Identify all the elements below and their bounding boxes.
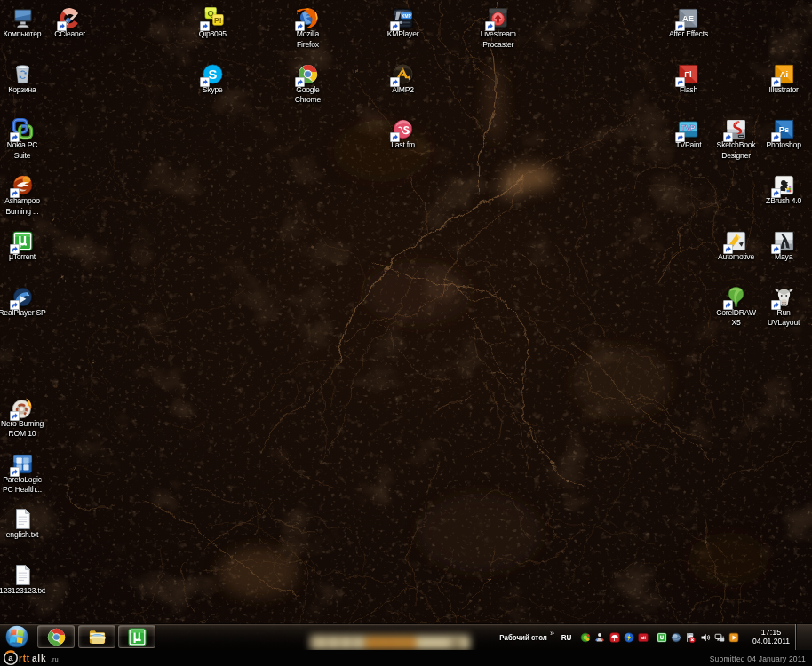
desktop-icon-label: english.txt (0, 530, 60, 541)
desktop-icon-nokia-pc-suite[interactable]: Nokia PC Suite (0, 118, 60, 161)
desktop-icon-english-txt[interactable]: english.txt (0, 508, 60, 541)
123123123-txt-icon (12, 564, 34, 586)
desktop-icon-ashampoo-burning[interactable]: Ashampoo Burning ... (0, 174, 60, 217)
desktop-icon-label: CCleaner (33, 29, 107, 40)
tray-figure-icon[interactable] (594, 632, 605, 643)
shortcut-arrow-icon (390, 132, 400, 142)
desktop-icon-run-uvlayout[interactable]: Run UVLayout (746, 286, 812, 329)
desktop-icon-label: Livestream Procaster (461, 29, 536, 50)
shortcut-arrow-icon (675, 77, 685, 87)
tray-flag-icon[interactable] (685, 632, 696, 643)
shortcut-arrow-icon (10, 244, 20, 254)
shortcut-arrow-icon (10, 467, 20, 477)
taskbar-clock[interactable]: 17:15 04.01.2011 (752, 629, 790, 646)
chrome-icon (46, 627, 67, 647)
shortcut-arrow-icon (771, 300, 781, 310)
submitted-caption: Submitted 04 January 2011 (710, 654, 806, 663)
desktop-icon-maya[interactable]: Maya (746, 230, 812, 263)
desktop-icon-photoshop[interactable]: Photoshop (746, 118, 812, 151)
desktop-icon-illustrator[interactable]: Illustrator (746, 63, 812, 96)
tray-speaker-icon[interactable] (700, 632, 711, 643)
blurred-taskbar-region (310, 635, 470, 650)
taskbar-button-chrome[interactable] (37, 625, 75, 648)
shortcut-arrow-icon (10, 300, 20, 310)
desktop-icon-paretologic[interactable]: ParetoLogic PC Health... (0, 453, 60, 496)
tray-media-icon[interactable] (728, 632, 739, 643)
computer-icon (12, 7, 34, 29)
desktop-icon-ccleaner[interactable]: CCleaner (33, 7, 107, 40)
explorer-icon (87, 627, 107, 647)
taskbar-button-explorer[interactable] (78, 625, 115, 648)
desktop-icon-recycle-bin[interactable]: Корзина (0, 63, 60, 96)
desktop-icon-aimp2[interactable]: AIMP2 (366, 63, 441, 96)
shortcut-arrow-icon (10, 188, 20, 198)
shortcut-arrow-icon (10, 411, 20, 421)
desktop-icon-label: Last.fm (366, 140, 441, 151)
desktop-icon-label: Skype (175, 85, 250, 96)
shortcut-arrow-icon (295, 21, 305, 31)
taskbar: Рабочий стол » RU 17:15 04.01.2011 (0, 624, 812, 650)
shortcut-arrow-icon (723, 300, 733, 310)
desktop-icon-livestream-procaster[interactable]: Livestream Procaster (461, 7, 536, 50)
svg-text:a: a (8, 653, 13, 662)
desktop-icon-label: Qip8095 (175, 29, 250, 40)
shortcut-arrow-icon (200, 77, 210, 87)
shortcut-arrow-icon (675, 132, 685, 142)
desktop-icon-label: ParetoLogic PC Health... (0, 475, 60, 496)
desktop-icon-flash[interactable]: Flash (651, 63, 726, 96)
desktop-icon-label: Flash (651, 85, 726, 96)
desktop-icon-label: Ashampoo Burning ... (0, 196, 60, 217)
shortcut-arrow-icon (390, 21, 400, 31)
tray-globe-icon[interactable] (671, 632, 681, 643)
english-txt-icon (12, 508, 34, 530)
desktop-icon-lastfm[interactable]: Last.fm (366, 118, 441, 151)
desktop-icon-label: 123123123.txt (0, 586, 60, 597)
recycle-bin-icon (12, 63, 34, 85)
desktop-icon-label: Nero Burning ROM 10 (0, 419, 60, 440)
shortcut-arrow-icon (771, 244, 781, 254)
shortcut-arrow-icon (771, 77, 781, 87)
clock-date: 04.01.2011 (752, 638, 790, 646)
start-button[interactable] (4, 624, 29, 649)
desktop-icon-kmplayer[interactable]: KMPlayer (366, 7, 441, 40)
shortcut-arrow-icon (57, 21, 67, 31)
desktop-icon-label: Google Chrome (270, 85, 345, 106)
toolbar-chevron-icon[interactable]: » (550, 629, 554, 638)
show-desktop-button[interactable] (795, 624, 812, 650)
tray-network-icon[interactable] (714, 632, 725, 643)
shortcut-arrow-icon (771, 188, 781, 198)
utorrent-icon (127, 627, 147, 647)
desktop-icon-skype[interactable]: Skype (175, 63, 250, 96)
desktop-icon-utorrent[interactable]: µTorrent (0, 230, 60, 263)
shortcut-arrow-icon (675, 21, 685, 31)
desktop-wallpaper (0, 0, 812, 650)
taskbar-button-utorrent[interactable] (118, 625, 155, 648)
desktop-icon-label: After Effects (651, 29, 726, 40)
desktop-icon-mozilla-firefox[interactable]: Mozilla Firefox (270, 7, 345, 50)
shortcut-arrow-icon (723, 132, 733, 142)
desktop-icon-qip8095[interactable]: Qip8095 (175, 7, 250, 40)
desktop-toolbar[interactable]: Рабочий стол » (493, 633, 554, 642)
language-indicator[interactable]: RU (561, 633, 572, 642)
desktop-icon-nero-burning-rom-10[interactable]: Nero Burning ROM 10 (0, 397, 60, 440)
shortcut-arrow-icon (390, 77, 400, 87)
tray-bolt-icon[interactable] (624, 632, 634, 643)
tray-green-icon[interactable] (580, 632, 591, 643)
desktop-icon-zbrush[interactable]: ZBrush 4.0 (746, 174, 812, 207)
desktop-icon-123123123-txt[interactable]: 123123123.txt (0, 564, 60, 597)
desktop-icon-after-effects[interactable]: After Effects (651, 7, 726, 40)
desktop-icon-google-chrome[interactable]: Google Chrome (270, 63, 345, 106)
desktop-icon-label: Mozilla Firefox (270, 29, 345, 50)
tray-utorrent-icon[interactable] (657, 632, 667, 643)
svg-text:alk: alk (32, 654, 46, 663)
shortcut-arrow-icon (10, 132, 20, 142)
desktop-icon-label: Nokia PC Suite (0, 140, 60, 161)
desktop-icon-realplayer-sp[interactable]: RealPlayer SP (0, 286, 60, 319)
tray-avira-icon[interactable] (609, 632, 620, 643)
bottom-strip: a rtt alk .ru Submitted 04 January 2011 (0, 650, 812, 666)
tray-ati-icon[interactable] (638, 632, 649, 643)
shortcut-arrow-icon (200, 21, 210, 31)
shortcut-arrow-icon (723, 244, 733, 254)
svg-text:.ru: .ru (51, 655, 59, 663)
desktop-icon-label: Run UVLayout (746, 308, 812, 329)
